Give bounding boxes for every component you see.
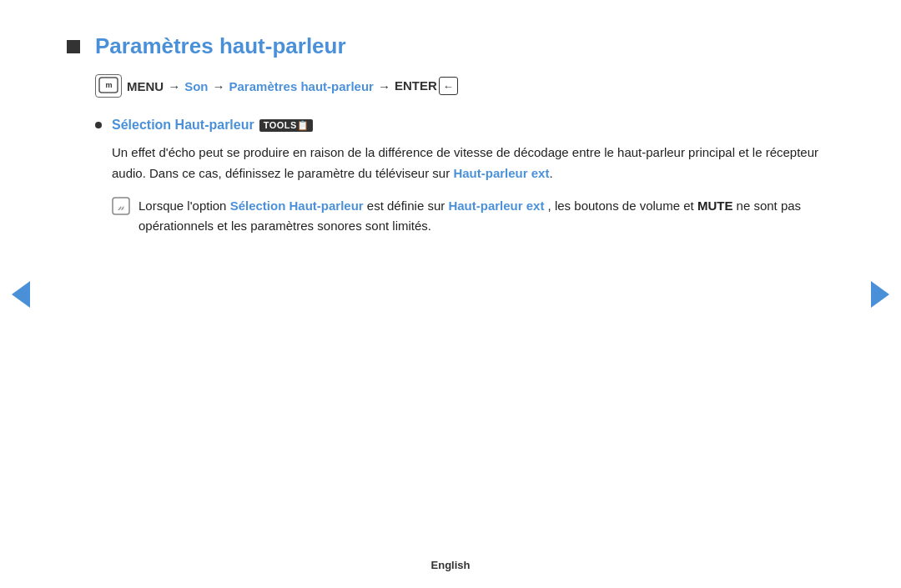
son-link: Son	[184, 79, 208, 93]
param-link: Paramètres haut-parleur	[229, 79, 374, 93]
bullet-dot	[95, 122, 102, 128]
note-before: Lorsque l'option	[138, 199, 226, 213]
section-subtitle: Sélection Haut-parleur	[112, 118, 254, 133]
enter-icon: ←	[439, 77, 458, 95]
menu-path-row: m MENU → Son → Paramètres haut-parleur →…	[95, 74, 834, 98]
left-arrow-icon	[12, 281, 30, 308]
tools-badge: TOOLS📋	[259, 119, 314, 132]
title-square-icon	[67, 40, 80, 53]
title-row: Paramètres haut-parleur	[67, 33, 834, 59]
svg-text:𝓃: 𝓃	[118, 199, 125, 212]
description-text: Un effet d'écho peut se produire en rais…	[112, 143, 834, 184]
menu-label: MENU	[127, 79, 164, 93]
right-arrow-icon	[871, 281, 889, 308]
note-text: Lorsque l'option Sélection Haut-parleur …	[138, 196, 834, 238]
footer-language: English	[431, 559, 471, 571]
nav-next-button[interactable]	[868, 278, 893, 311]
section-content: Sélection Haut-parleur TOOLS📋 Un effet d…	[95, 118, 834, 237]
description-link: Haut-parleur ext	[453, 166, 549, 180]
note-after: , les boutons de volume et	[548, 199, 694, 213]
note-row: 𝓃 Lorsque l'option Sélection Haut-parleu…	[112, 196, 834, 238]
subtitle-row: Sélection Haut-parleur TOOLS📋	[95, 118, 834, 133]
page-title: Paramètres haut-parleur	[95, 33, 346, 59]
svg-text:m: m	[105, 81, 112, 89]
note-icon: 𝓃	[112, 197, 130, 215]
note-bold: MUTE	[697, 199, 733, 213]
enter-label: ENTER←	[395, 77, 458, 95]
arrow-2: →	[213, 79, 225, 93]
arrow-1: →	[168, 79, 180, 93]
note-link2: Haut-parleur ext	[448, 199, 544, 213]
note-link1: Sélection Haut-parleur	[230, 199, 364, 213]
menu-icon: m	[95, 74, 122, 98]
menu-icon-label: m	[98, 77, 118, 95]
nav-prev-button[interactable]	[8, 278, 33, 311]
page-container: Paramètres haut-parleur m MENU → Son → P…	[0, 0, 901, 588]
note-middle: est définie sur	[367, 199, 449, 213]
arrow-3: →	[378, 79, 390, 93]
